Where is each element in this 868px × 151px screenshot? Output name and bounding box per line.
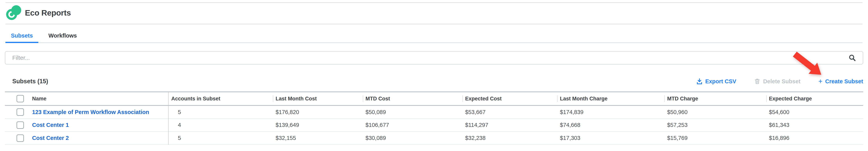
row-checkbox[interactable]	[17, 121, 24, 129]
subsets-count-heading: Subsets (15)	[12, 78, 48, 85]
row-checkbox-cell	[5, 131, 27, 145]
expected-cost-cell: $32,238	[462, 131, 557, 145]
column-header-last-month-cost[interactable]: Last Month Cost	[273, 92, 363, 105]
last-month-charge-cell: $17,303	[557, 131, 664, 145]
subset-name-cell: Cost Center 1	[27, 119, 168, 131]
eco-reports-page: Eco Reports Subsets Workflows Subsets (1…	[0, 0, 868, 151]
mtd-charge-cell: $15,769	[664, 131, 766, 145]
subsets-table: Name Accounts in Subset Last Month Cost …	[5, 91, 863, 145]
delete-subset-label: Delete Subset	[763, 78, 801, 85]
export-csv-label: Export CSV	[705, 78, 737, 85]
row-checkbox[interactable]	[17, 134, 24, 142]
last-month-cost-cell: $32,155	[273, 131, 363, 145]
trash-icon	[754, 78, 761, 85]
table-row: Cost Center 2 5 $32,155 $30,089 $32,238 …	[5, 131, 863, 145]
last-month-charge-cell: $174,839	[557, 105, 664, 119]
column-header-name[interactable]: Name	[27, 92, 168, 105]
mtd-cost-cell: $50,089	[363, 105, 462, 119]
tab-workflows[interactable]: Workflows	[43, 29, 82, 42]
table-row: Cost Center 1 4 $139,649 $106,677 $114,2…	[5, 119, 863, 131]
subset-name-link[interactable]: 123 Example of Perm Workflow Association	[32, 109, 149, 115]
app-header: Eco Reports	[6, 5, 71, 21]
export-csv-button[interactable]: Export CSV	[696, 78, 737, 85]
last-month-charge-cell: $74,668	[557, 119, 664, 131]
mtd-charge-cell: $50,960	[664, 105, 766, 119]
top-divider	[5, 2, 863, 3]
tab-subsets-label: Subsets	[11, 32, 33, 39]
delete-subset-button[interactable]: Delete Subset	[754, 78, 801, 85]
row-checkbox-cell	[5, 119, 27, 131]
eco-logo-icon	[6, 5, 22, 21]
expected-cost-cell: $53,667	[462, 105, 557, 119]
select-all-cell	[5, 92, 27, 105]
create-subset-label: Create Subset	[825, 78, 863, 85]
expected-charge-cell: $16,896	[766, 131, 863, 145]
mtd-cost-cell: $106,677	[363, 119, 462, 131]
last-month-cost-cell: $176,820	[273, 105, 363, 119]
accounts-in-subset-cell: 5	[168, 131, 273, 145]
tab-subsets[interactable]: Subsets	[5, 29, 38, 42]
search-icon[interactable]	[848, 54, 856, 62]
last-month-cost-cell: $139,649	[273, 119, 363, 131]
table-header-row: Name Accounts in Subset Last Month Cost …	[5, 92, 863, 105]
filter-bar	[5, 51, 863, 64]
subsets-toolbar: Subsets (15) Export CSV Delete Subset	[5, 76, 863, 87]
column-header-expected-charge[interactable]: Expected Charge	[766, 92, 863, 105]
toolbar-actions: Export CSV Delete Subset + Create Subset	[696, 78, 863, 85]
column-header-expected-cost[interactable]: Expected Cost	[462, 92, 557, 105]
accounts-in-subset-cell: 5	[168, 105, 273, 119]
column-header-mtd-charge[interactable]: MTD Charge	[664, 92, 766, 105]
plus-icon: +	[818, 78, 823, 85]
expected-cost-cell: $114,297	[462, 119, 557, 131]
subset-name-link[interactable]: Cost Center 1	[32, 122, 69, 128]
filter-input[interactable]	[5, 51, 863, 64]
column-header-accounts-in-subset[interactable]: Accounts in Subset	[168, 92, 273, 105]
row-checkbox[interactable]	[17, 109, 24, 116]
row-checkbox-cell	[5, 105, 27, 119]
mtd-charge-cell: $57,253	[664, 119, 766, 131]
subset-name-link[interactable]: Cost Center 2	[32, 135, 69, 141]
subset-name-cell: 123 Example of Perm Workflow Association	[27, 105, 168, 119]
column-header-mtd-cost[interactable]: MTD Cost	[363, 92, 462, 105]
expected-charge-cell: $54,600	[766, 105, 863, 119]
select-all-checkbox[interactable]	[17, 95, 24, 102]
expected-charge-cell: $61,343	[766, 119, 863, 131]
page-title: Eco Reports	[25, 8, 71, 18]
tab-bar: Subsets Workflows	[5, 29, 863, 43]
table-row: 123 Example of Perm Workflow Association…	[5, 105, 863, 119]
header-divider	[5, 24, 863, 24]
mtd-cost-cell: $30,089	[363, 131, 462, 145]
download-icon	[696, 78, 703, 85]
tab-workflows-label: Workflows	[49, 32, 77, 39]
column-header-last-month-charge[interactable]: Last Month Charge	[557, 92, 664, 105]
accounts-in-subset-cell: 4	[168, 119, 273, 131]
create-subset-button[interactable]: + Create Subset	[818, 78, 863, 85]
subset-name-cell: Cost Center 2	[27, 131, 168, 145]
